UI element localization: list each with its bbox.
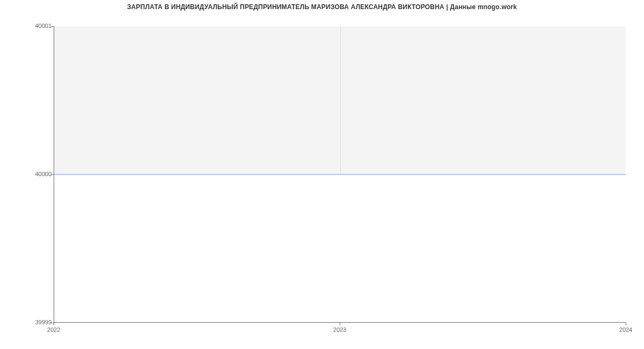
chart-title: ЗАРПЛАТА В ИНДИВИДУАЛЬНЫЙ ПРЕДПРИНИМАТЕЛ… [0,3,644,11]
x-tick-label: 2024 [619,326,632,333]
salary-chart: ЗАРПЛАТА В ИНДИВИДУАЛЬНЫЙ ПРЕДПРИНИМАТЕЛ… [0,0,644,349]
y-tick-label: 39999 [19,319,52,325]
x-tick-label: 2022 [47,326,60,333]
y-tick-label: 40001 [19,23,52,29]
data-line [54,174,626,174]
y-tick-label: 40000 [19,171,52,177]
x-tick-mark [626,323,626,325]
plot-area [54,26,626,323]
x-gridline [340,26,341,174]
x-tick-mark [340,323,340,325]
x-tick-label: 2023 [333,326,346,333]
x-tick-mark [54,323,54,325]
